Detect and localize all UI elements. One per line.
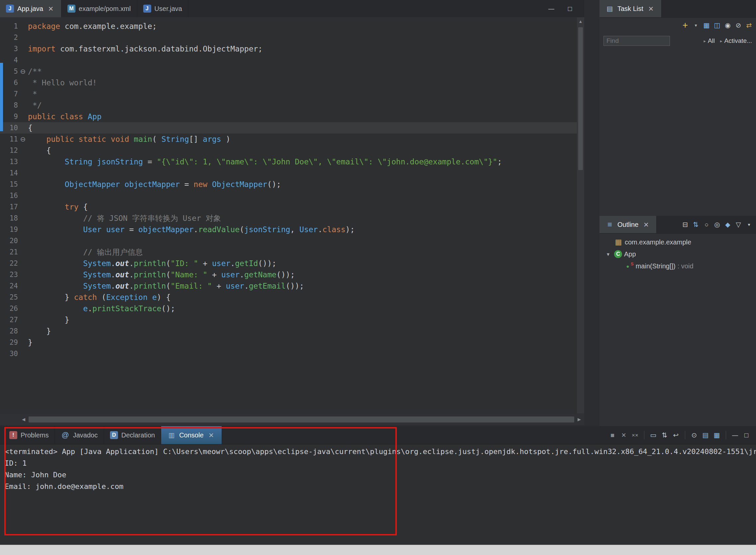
code-line[interactable]: 18 // 将 JSON 字符串转换为 User 对象 (0, 213, 577, 224)
line-number[interactable]: 16 (0, 191, 18, 200)
close-icon[interactable]: × (642, 220, 650, 229)
code-line[interactable]: 6 * Hello world! (0, 77, 577, 88)
code-line[interactable]: 15 ObjectMapper objectMapper = new Objec… (0, 179, 577, 190)
categorized-icon[interactable]: ▦ (702, 21, 711, 30)
code-line[interactable]: 27 } (0, 314, 577, 326)
line-number[interactable]: 2 (0, 34, 18, 42)
maximize-icon[interactable]: □ (566, 4, 574, 13)
line-number[interactable]: 14 (0, 169, 18, 177)
code-editor[interactable]: 1package com.example.example;23import co… (0, 17, 577, 414)
new-task-icon[interactable]: + (681, 21, 689, 30)
code-line[interactable]: 19 User user = objectMapper.readValue(js… (0, 224, 577, 235)
code-line[interactable]: 30 (0, 348, 577, 359)
code-line[interactable]: 2 (0, 32, 577, 43)
close-icon[interactable]: × (647, 4, 655, 13)
line-number[interactable]: 12 (0, 146, 18, 155)
scroll-right-icon[interactable]: ▶ (578, 415, 581, 424)
line-number[interactable]: 20 (0, 237, 18, 245)
editor-tab-example-pom-xml[interactable]: Mexample/pom.xml (62, 0, 137, 17)
chevron-down-icon[interactable]: ▾ (604, 251, 612, 257)
fold-marker[interactable]: ⊖ (18, 135, 28, 143)
display-selected-console-icon[interactable]: ▤ (701, 431, 710, 439)
code-line[interactable]: 16 (0, 190, 577, 201)
fold-marker[interactable]: ⊖ (18, 68, 28, 75)
close-icon[interactable]: × (207, 431, 216, 439)
code-line[interactable]: 12 { (0, 145, 577, 156)
line-number[interactable]: 18 (0, 214, 18, 222)
scroll-up-icon[interactable]: ▲ (579, 17, 583, 26)
dropdown-icon[interactable]: ▾ (691, 21, 700, 30)
view-tab-javadoc[interactable]: @Javadoc (55, 426, 104, 444)
sort-icon[interactable]: ⇅ (691, 220, 700, 229)
code-line[interactable]: 22 System.out.println("ID: " + user.getI… (0, 258, 577, 269)
maximize-icon[interactable]: □ (742, 431, 751, 439)
hide-local-types-icon[interactable]: ▽ (734, 220, 743, 229)
scheduled-icon[interactable]: ◫ (713, 21, 721, 30)
pin-console-icon[interactable]: ⊙ (690, 431, 699, 439)
code-line[interactable]: 7 * (0, 88, 577, 100)
code-line[interactable]: 4 (0, 54, 577, 66)
minimize-icon[interactable]: — (731, 431, 740, 439)
hide-completed-icon[interactable]: ⊘ (734, 21, 743, 30)
hide-static-icon[interactable]: ◎ (713, 220, 721, 229)
line-number[interactable]: 21 (0, 248, 18, 256)
horizontal-scroll-thumb[interactable] (29, 417, 574, 423)
line-number[interactable]: 26 (0, 305, 18, 312)
line-number[interactable]: 30 (0, 350, 18, 358)
line-number[interactable]: 1 (0, 22, 18, 30)
activate-button[interactable]: ▸ Activate... (720, 37, 752, 44)
code-line[interactable]: 21 // 输出用户信息 (0, 247, 577, 258)
code-line[interactable]: 14 (0, 167, 577, 179)
word-wrap-icon[interactable]: ↩ (672, 431, 680, 439)
hide-non-public-icon[interactable]: ◆ (723, 220, 732, 229)
hide-fields-icon[interactable]: ○ (702, 220, 711, 229)
line-number[interactable]: 24 (0, 282, 18, 290)
line-number[interactable]: 23 (0, 271, 18, 279)
scope-all-button[interactable]: ▸ All (704, 37, 715, 44)
scroll-left-icon[interactable]: ◀ (22, 415, 25, 424)
line-number[interactable]: 11 (0, 135, 18, 143)
collapse-all-icon[interactable]: ⊟ (681, 220, 689, 229)
editor-tab-user-java[interactable]: JUser.java (137, 0, 189, 17)
line-number[interactable]: 3 (0, 45, 18, 53)
line-number[interactable]: 28 (0, 327, 18, 335)
minimize-icon[interactable]: — (547, 4, 556, 13)
remove-launch-icon[interactable]: × (620, 431, 628, 439)
close-icon[interactable]: × (46, 4, 55, 13)
editor-tab-app-java[interactable]: JApp.java× (0, 0, 62, 17)
remove-all-launches-icon[interactable]: ×× (631, 431, 639, 439)
line-number[interactable]: 27 (0, 316, 18, 324)
view-tab-declaration[interactable]: DDeclaration (104, 426, 161, 444)
code-line[interactable]: 25 } catch (Exception e) { (0, 292, 577, 303)
line-number[interactable]: 29 (0, 338, 18, 346)
code-line[interactable]: 10{ (0, 122, 577, 133)
view-tab-console[interactable]: ▥Console× (161, 426, 222, 444)
code-line[interactable]: 24 System.out.println("Email: " + user.g… (0, 280, 577, 292)
line-number[interactable]: 13 (0, 158, 18, 166)
editor-vertical-scrollbar[interactable]: ▲ ▼ (577, 17, 584, 414)
code-line[interactable]: 11⊖ public static void main( String[] ar… (0, 133, 577, 145)
code-line[interactable]: 26 e.printStackTrace(); (0, 303, 577, 314)
code-line[interactable]: 20 (0, 235, 577, 247)
line-number[interactable]: 22 (0, 259, 18, 267)
find-input[interactable] (603, 36, 670, 46)
focus-icon[interactable]: ◉ (723, 21, 732, 30)
scroll-lock-icon[interactable]: ⇅ (660, 431, 669, 439)
code-line[interactable]: 13 String jsonString = "{\"id\": 1, \"na… (0, 156, 577, 167)
line-number[interactable]: 17 (0, 203, 18, 211)
synchronize-icon[interactable]: ⇄ (745, 21, 753, 30)
vertical-scroll-thumb[interactable] (578, 27, 583, 170)
line-number[interactable]: 15 (0, 180, 18, 188)
task-list-tab[interactable]: ▤ Task List × (599, 0, 662, 17)
line-number[interactable]: 25 (0, 293, 18, 301)
code-line[interactable]: 9public class App (0, 111, 577, 122)
line-number[interactable]: 19 (0, 225, 18, 233)
code-line[interactable]: 8 */ (0, 100, 577, 111)
code-line[interactable]: 28 } (0, 326, 577, 337)
code-line[interactable]: 23 System.out.println("Name: " + user.ge… (0, 269, 577, 280)
editor-horizontal-scrollbar[interactable]: ◀ ▶ (0, 414, 584, 425)
code-line[interactable]: 17 try { (0, 201, 577, 213)
outline-tab[interactable]: ≡ Outline × (599, 216, 656, 233)
view-tab-problems[interactable]: !Problems (3, 426, 55, 444)
console-view[interactable]: <terminated> App [Java Application] C:\U… (0, 444, 756, 492)
